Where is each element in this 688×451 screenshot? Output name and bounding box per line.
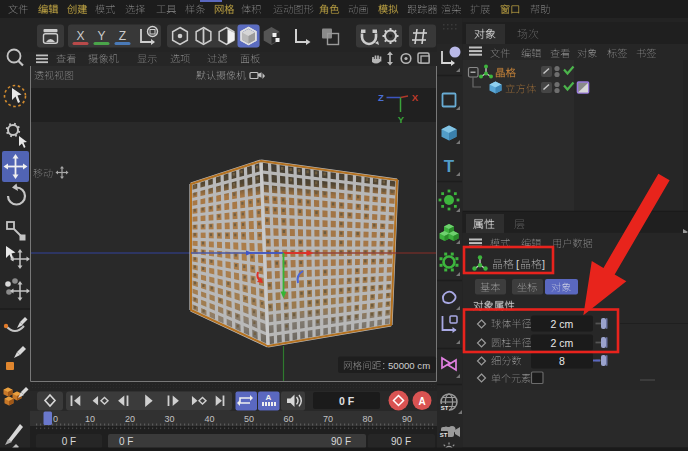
svg-text:50: 50 (244, 414, 254, 424)
svg-text:Z: Z (119, 29, 126, 43)
svg-text:90: 90 (402, 414, 412, 424)
svg-text:10: 10 (85, 414, 95, 424)
svg-text:X: X (76, 29, 84, 43)
svg-text:90 F: 90 F (331, 436, 351, 447)
svg-text:60: 60 (283, 414, 293, 424)
svg-text:A: A (266, 393, 272, 402)
svg-text:70: 70 (323, 414, 333, 424)
svg-text:20: 20 (125, 414, 135, 424)
svg-text:2 cm: 2 cm (551, 337, 574, 349)
svg-text:A: A (418, 396, 425, 407)
svg-text:]: ] (542, 258, 545, 270)
svg-text:ST: ST (441, 405, 449, 411)
svg-text:2 cm: 2 cm (551, 318, 574, 330)
svg-text:[: [ (516, 258, 519, 270)
svg-text:8: 8 (559, 355, 565, 367)
svg-text:0 F: 0 F (62, 436, 76, 447)
svg-text:Y: Y (97, 29, 105, 43)
svg-text:90 F: 90 F (391, 436, 411, 447)
svg-text:0: 0 (53, 414, 58, 424)
svg-text:80: 80 (362, 414, 372, 424)
svg-text:Z: Z (378, 92, 384, 103)
svg-text:Y: Y (398, 114, 405, 125)
svg-text:0 F: 0 F (339, 395, 355, 407)
svg-text:T: T (444, 157, 455, 176)
svg-text:0 F: 0 F (119, 436, 133, 447)
svg-text:ST: ST (440, 432, 448, 438)
svg-text:X: X (412, 92, 419, 103)
svg-text:30: 30 (164, 414, 174, 424)
svg-text:50000 cm: 50000 cm (388, 360, 430, 371)
svg-text:40: 40 (204, 414, 214, 424)
